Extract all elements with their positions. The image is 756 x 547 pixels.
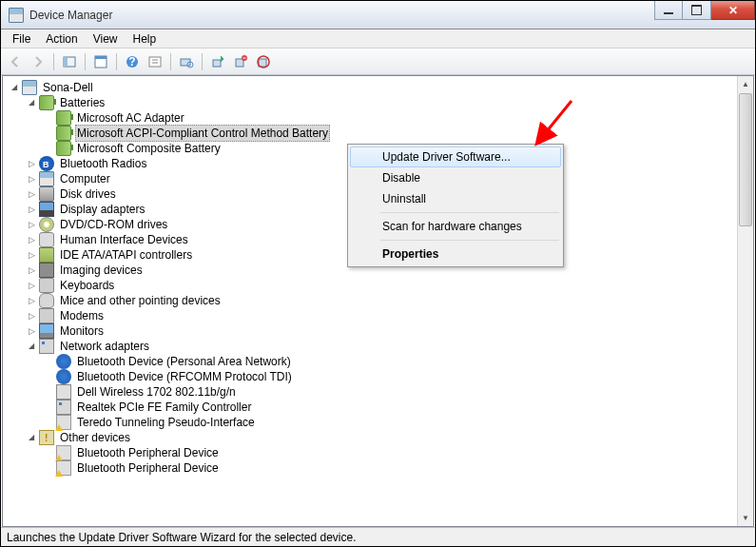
expander-icon[interactable] [26, 158, 37, 169]
category-other[interactable]: Other devices [58, 430, 132, 445]
menu-file[interactable]: File [5, 30, 38, 48]
category-monitors[interactable]: Monitors [58, 323, 106, 339]
window-title: Device Manager [29, 9, 654, 22]
scroll-down-icon[interactable]: ▼ [738, 510, 753, 526]
bluetooth-icon [39, 156, 54, 171]
device-acpi-battery[interactable]: Microsoft ACPI-Compliant Control Method … [75, 125, 330, 142]
category-modems[interactable]: Modems [58, 308, 106, 323]
category-computer[interactable]: Computer [58, 171, 112, 186]
category-dvd[interactable]: DVD/CD-ROM drives [58, 217, 169, 232]
disable-button[interactable] [253, 51, 274, 72]
mouse-icon [39, 293, 54, 308]
help-button[interactable]: ? [122, 51, 143, 72]
svg-rect-10 [236, 59, 243, 67]
computer-icon [22, 80, 37, 95]
keyboard-icon [39, 278, 54, 293]
menu-view[interactable]: View [86, 30, 126, 48]
device-ac-adapter[interactable]: Microsoft AC Adapter [75, 110, 186, 126]
category-ide[interactable]: IDE ATA/ATAPI controllers [58, 247, 194, 263]
device-teredo[interactable]: Teredo Tunneling Pseudo-Interface [75, 415, 257, 430]
forward-button[interactable] [28, 51, 48, 72]
category-imaging[interactable]: Imaging devices [58, 263, 145, 278]
action-button[interactable] [145, 51, 165, 72]
category-batteries[interactable]: Batteries [58, 95, 107, 110]
device-bt-rfcomm[interactable]: Bluetooth Device (RFCOMM Protocol TDI) [75, 369, 294, 384]
expander-icon[interactable] [26, 249, 37, 261]
svg-rect-3 [95, 56, 107, 59]
uninstall-button[interactable] [230, 51, 251, 72]
other-icon [39, 430, 54, 445]
expander-icon[interactable] [26, 204, 37, 215]
display-icon [39, 202, 54, 217]
context-menu: Update Driver Software... Disable Uninst… [347, 144, 564, 267]
category-keyboards[interactable]: Keyboards [58, 278, 116, 293]
category-display[interactable]: Display adapters [58, 202, 146, 217]
device-bt-peripheral[interactable]: Bluetooth Peripheral Device [75, 460, 221, 476]
minimize-button[interactable] [654, 1, 683, 20]
expander-icon[interactable] [26, 234, 37, 245]
show-hide-tree-button[interactable] [59, 51, 80, 72]
menu-separator [380, 240, 559, 241]
device-dell-wireless[interactable]: Dell Wireless 1702 802.11b/g/n [75, 384, 238, 400]
device-composite-battery[interactable]: Microsoft Composite Battery [75, 141, 223, 156]
expander-icon[interactable] [26, 97, 37, 108]
device-bt-pan[interactable]: Bluetooth Device (Personal Area Network) [75, 354, 293, 369]
expander-icon[interactable] [26, 341, 37, 352]
bluetooth-icon [56, 369, 71, 384]
category-disk-drives[interactable]: Disk drives [58, 186, 118, 202]
expander-icon[interactable] [9, 82, 20, 93]
statusbar: Launches the Update Driver Software Wiza… [1, 527, 755, 546]
separator [85, 53, 86, 70]
category-bluetooth[interactable]: Bluetooth Radios [58, 156, 148, 171]
menu-update-driver[interactable]: Update Driver Software... [350, 147, 561, 167]
network-icon [39, 339, 54, 354]
menubar: File Action View Help [1, 29, 755, 49]
warning-icon [56, 460, 71, 476]
menu-properties[interactable]: Properties [350, 244, 561, 264]
separator [116, 53, 117, 70]
scroll-thumb[interactable] [739, 93, 752, 226]
close-button[interactable] [711, 1, 755, 20]
expander-icon[interactable] [26, 219, 37, 230]
battery-icon [56, 110, 71, 126]
maximize-button[interactable] [683, 1, 711, 20]
expander-icon[interactable] [26, 188, 37, 200]
modem-icon [39, 308, 54, 323]
back-button[interactable] [5, 51, 26, 72]
titlebar: Device Manager [1, 1, 755, 29]
category-network[interactable]: Network adapters [58, 339, 151, 354]
svg-text:?: ? [128, 55, 135, 68]
update-driver-button[interactable] [207, 51, 228, 72]
battery-icon [39, 95, 54, 110]
warning-icon [56, 445, 71, 460]
bluetooth-icon [56, 354, 71, 369]
expander-icon[interactable] [26, 310, 37, 322]
vertical-scrollbar[interactable]: ▲ ▼ [737, 76, 753, 526]
category-mice[interactable]: Mice and other pointing devices [58, 293, 223, 308]
expander-icon[interactable] [26, 325, 37, 337]
menu-disable[interactable]: Disable [350, 167, 561, 188]
device-bt-peripheral[interactable]: Bluetooth Peripheral Device [75, 445, 221, 460]
disk-icon [39, 186, 54, 202]
imaging-icon [39, 263, 54, 278]
menu-help[interactable]: Help [126, 30, 165, 48]
expander-icon[interactable] [26, 173, 37, 185]
battery-icon [56, 141, 71, 156]
expander-icon[interactable] [26, 295, 37, 306]
menu-scan[interactable]: Scan for hardware changes [350, 216, 561, 237]
expander-icon[interactable] [26, 264, 37, 276]
root-node[interactable]: Sona-Dell [41, 80, 95, 95]
menu-action[interactable]: Action [38, 30, 85, 48]
expander-icon[interactable] [26, 432, 37, 443]
scroll-up-icon[interactable]: ▲ [738, 76, 753, 92]
menu-uninstall[interactable]: Uninstall [350, 188, 561, 209]
svg-rect-9 [213, 60, 221, 67]
separator [170, 53, 171, 70]
category-hid[interactable]: Human Interface Devices [58, 232, 190, 247]
properties-button[interactable] [90, 51, 111, 72]
scan-hardware-button[interactable] [176, 51, 197, 72]
separator [202, 53, 203, 70]
device-realtek[interactable]: Realtek PCIe FE Family Controller [75, 400, 253, 415]
monitor-icon [39, 323, 54, 339]
expander-icon[interactable] [26, 280, 37, 291]
